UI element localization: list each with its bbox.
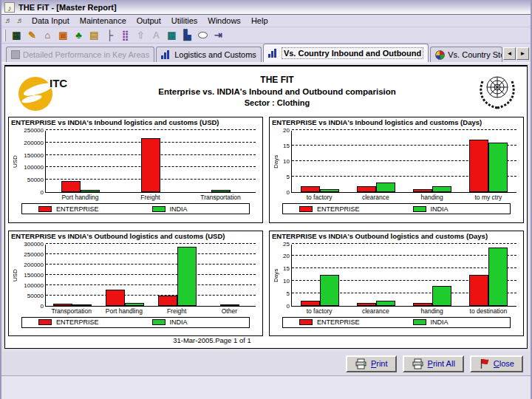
menu-maintenance[interactable]: Maintenance <box>75 16 132 26</box>
menu-bar: ♬ ♬ Data InputMaintenanceOutputUtilities… <box>1 15 531 27</box>
menu-help[interactable]: Help <box>246 16 273 26</box>
toolbar-grip[interactable] <box>4 30 6 41</box>
tab-vs-country-stocks-a[interactable]: Vs. Country Stocks a <box>430 47 502 62</box>
y-tick-label: 250000 <box>24 127 44 134</box>
gridline <box>46 264 256 265</box>
y-tick-label: 250000 <box>24 251 44 258</box>
bar-group <box>469 248 508 306</box>
y-tick-label: 25 <box>283 241 290 248</box>
y-tick-label: 5 <box>287 290 290 297</box>
legend-label: ENTERPRISE <box>317 205 360 213</box>
y-tick-label: 50000 <box>27 177 44 183</box>
bar-enterprise <box>141 138 160 192</box>
bar-group <box>141 138 160 192</box>
hierarchy-icon[interactable]: ├ <box>102 28 117 42</box>
bar-enterprise <box>158 296 177 306</box>
legend-swatch <box>299 206 313 212</box>
tab-label: Detailed Performance in Key Areas <box>23 50 149 59</box>
menu-data-input[interactable]: Data Input <box>27 16 75 26</box>
data-entry-icon[interactable]: ✎ <box>24 28 40 42</box>
legend-label: ENTERPRISE <box>56 205 99 213</box>
tab-scroll-left-icon[interactable]: ◄ <box>503 47 516 60</box>
tab-vs-country-inbound-and-outbound[interactable]: Vs. Country Inbound and Outbound <box>263 44 429 62</box>
legend-label: ENTERPRISE <box>317 318 360 326</box>
font-icon: A <box>149 28 164 42</box>
chart-title: ENTERPRISE vs INDIA's Inbound logistics … <box>272 118 521 127</box>
bank-icon[interactable]: ⌂ <box>40 28 55 42</box>
y-tick-label: 10 <box>283 278 290 284</box>
x-labels: to factoryclearancehandingto destination <box>291 307 516 315</box>
legend-entry-india: INDIA <box>397 318 511 326</box>
gridline <box>292 243 516 244</box>
x-labels: to factoryclearancehandingto my ctry <box>291 193 516 201</box>
bar-india <box>488 248 508 306</box>
chart-0: ENTERPRISE vs INDIA's Inbound logistics … <box>8 117 263 223</box>
app-window: ♪ THE FiT - [Master Report] ♬ ♬ Data Inp… <box>0 0 532 399</box>
tab-square-icon <box>11 50 20 59</box>
calculator-icon[interactable]: ▦ <box>164 28 180 42</box>
y-tick-label: 100000 <box>24 282 44 289</box>
y-ticks: 050000100000150000200000250000 <box>18 131 45 193</box>
print-all-button[interactable]: Print All <box>403 355 464 372</box>
x-category-label: Other <box>222 307 237 315</box>
notebook-icon[interactable]: ▤ <box>86 28 102 42</box>
x-category-label: Port handling <box>61 194 98 201</box>
y-axis-label: USD <box>11 131 18 193</box>
tree-icon[interactable]: ♣ <box>71 28 86 42</box>
thumb-icon: ⇧ <box>133 28 149 42</box>
menu-windows[interactable]: Windows <box>202 16 246 26</box>
report-grid-icon[interactable]: ▦ <box>9 28 24 42</box>
print-button[interactable]: Print <box>346 355 397 372</box>
y-tick-label: 0 <box>287 303 290 310</box>
x-category-label: clearance <box>362 194 389 201</box>
chart-edit-icon[interactable]: ▙ <box>180 28 195 42</box>
bar-group <box>413 286 451 306</box>
picture-icon[interactable]: ▣ <box>55 28 71 42</box>
y-tick-label: 0 <box>41 189 44 196</box>
legend-swatch <box>413 319 426 325</box>
window-title: THE FiT - [Master Report] <box>18 3 117 12</box>
bar-enterprise <box>469 275 488 306</box>
mdi-child-icon-2[interactable]: ♬ <box>15 16 26 26</box>
bar-india <box>72 304 92 306</box>
menu-output[interactable]: Output <box>132 16 166 26</box>
pie-chart-icon <box>435 50 445 60</box>
legend-entry-india: INDIA <box>136 205 250 213</box>
legend-swatch <box>413 206 426 212</box>
close-button[interactable]: Close <box>470 355 523 372</box>
tab-logistics-and-customs[interactable]: Logistics and Customs <box>156 47 262 62</box>
bar-chart-icon <box>268 49 279 58</box>
title-bar: ♪ THE FiT - [Master Report] <box>1 0 531 15</box>
tab-label: Vs. Country Inbound and Outbound <box>282 47 423 59</box>
x-category-label: Port handling <box>106 307 143 315</box>
y-axis-label: Days <box>272 131 279 193</box>
legend-entry-enterprise: ENTERPRISE <box>283 318 397 326</box>
plot <box>291 245 516 307</box>
legend-entry-enterprise: ENTERPRISE <box>283 205 397 213</box>
bar-group <box>357 183 395 192</box>
y-tick-label: 10 <box>283 158 290 165</box>
menu-utilities[interactable]: Utilities <box>166 16 202 26</box>
chart-legend: ENTERPRISEINDIA <box>282 203 511 214</box>
legend-swatch <box>38 319 52 325</box>
tab-label: Logistics and Customs <box>174 50 256 59</box>
legend-swatch <box>152 206 166 212</box>
gridline <box>46 243 256 244</box>
mdi-child-icon[interactable]: ♬ <box>3 16 14 26</box>
exit-icon[interactable]: ⇥ <box>211 28 226 42</box>
dots-grid-icon[interactable]: ⣿ <box>117 28 133 42</box>
app-icon: ♪ <box>4 2 15 13</box>
y-tick-label: 20 <box>283 127 290 134</box>
x-category-label: handing <box>420 307 443 315</box>
bar-india <box>177 247 197 306</box>
bar-enterprise <box>357 303 376 305</box>
button-row: Print Print All Close <box>1 352 531 375</box>
window-bottom-edge <box>1 375 531 399</box>
legend-swatch <box>299 319 313 325</box>
report-title: THE FIT <box>79 75 475 85</box>
speech-bubble-icon[interactable] <box>195 28 211 42</box>
y-tick-label: 20 <box>283 253 290 259</box>
chart-plot-area: USD050000100000150000200000250000300000 <box>11 241 260 307</box>
tab-scroll-right-icon[interactable]: ► <box>516 47 529 60</box>
bar-india <box>376 301 395 306</box>
